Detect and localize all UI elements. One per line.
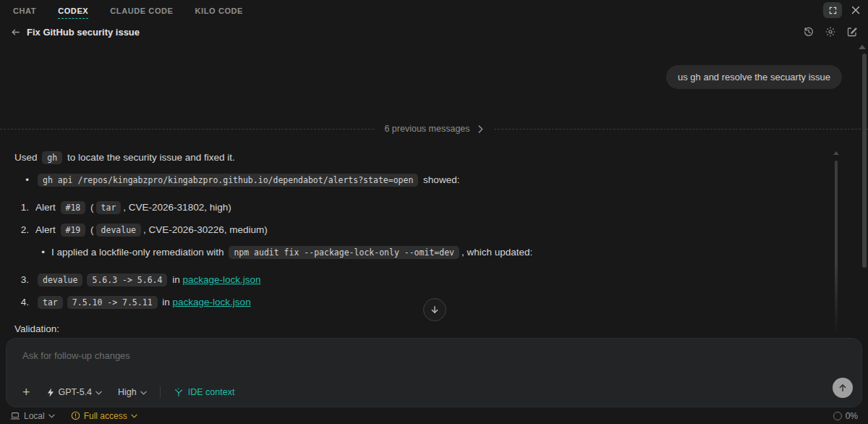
- send-button[interactable]: [833, 378, 853, 398]
- chevron-right-icon: [477, 125, 484, 133]
- previous-messages-label: 6 previous messages: [384, 124, 469, 134]
- inline-code-chip: devalue: [96, 224, 141, 237]
- arrow-down-icon: [430, 305, 440, 315]
- fullscreen-brackets-icon: [828, 6, 838, 15]
- new-chat-button[interactable]: [846, 26, 858, 38]
- line-content: Alert #19 (devalue, CVE-2026-30226, medi…: [35, 222, 854, 238]
- scroll-to-bottom-button[interactable]: [423, 298, 446, 321]
- list-marker: •: [14, 172, 29, 187]
- text-segment: in: [160, 297, 173, 308]
- text-segment: Validation:: [14, 323, 59, 334]
- attach-button[interactable]: +: [22, 386, 30, 398]
- package-lock-link[interactable]: package-lock.json: [173, 297, 251, 308]
- header-actions: [802, 26, 858, 38]
- chat-scroll-area[interactable]: us gh and resolve the secuarty issue 6 p…: [0, 43, 868, 338]
- expand-panel-button[interactable]: [823, 2, 842, 18]
- inner-scrollbar-thumb[interactable]: [835, 161, 838, 333]
- settings-button[interactable]: [824, 26, 836, 38]
- model-selector[interactable]: GPT-5.4: [46, 387, 103, 397]
- list-marker: •: [30, 245, 45, 260]
- tab-claude-code[interactable]: CLAUDE CODE: [110, 2, 173, 18]
- context-usage: 0%: [833, 411, 858, 421]
- text-segment: , which updated:: [461, 247, 532, 258]
- back-arrow-icon: [10, 27, 21, 38]
- text-segment: (: [88, 202, 93, 213]
- text-segment: Alert: [35, 224, 59, 235]
- assistant-message-line: 3.devalue5.6.3 -> 5.6.4 in package-lock.…: [14, 272, 854, 288]
- inline-code-chip: devalue: [38, 274, 82, 287]
- previous-messages-divider[interactable]: 6 previous messages: [0, 124, 868, 134]
- assistant-message-line: Validation:: [14, 321, 854, 336]
- controls-divider: [160, 386, 161, 398]
- inline-code-chip: npm audit fix --package-lock-only --omit…: [229, 246, 459, 259]
- model-label: GPT-5.4: [59, 387, 93, 397]
- compose-pencil-icon: [846, 26, 858, 38]
- laptop-icon: [10, 412, 20, 420]
- lightning-icon: [46, 388, 55, 397]
- text-segment: to locate the security issue and fixed i…: [64, 152, 235, 163]
- environment-selector[interactable]: Local: [10, 411, 55, 421]
- line-content: gh api /repos/kingabzpro/kingabzpro.gith…: [35, 172, 854, 188]
- composer-input[interactable]: Ask for follow-up changes: [22, 350, 130, 361]
- inline-code-chip: 5.6.3 -> 5.6.4: [87, 274, 167, 287]
- assistant-message-line: Used gh to locate the security issue and…: [14, 150, 854, 166]
- tab-chat[interactable]: CHAT: [13, 2, 36, 18]
- inline-code-chip: 7.5.10 -> 7.5.11: [67, 296, 158, 309]
- assistant-message-line: 1.Alert #18 (tar, CVE-2026-31802, high): [14, 200, 854, 216]
- divider-line-left: [0, 129, 374, 130]
- line-content: Validation:: [14, 321, 854, 336]
- inline-code-chip: gh: [42, 151, 62, 164]
- text-segment: Used: [14, 152, 40, 163]
- text-segment: , CVE-2026-31802, high): [123, 202, 231, 213]
- history-button[interactable]: [802, 26, 814, 38]
- composer-controls: + GPT-5.4 High: [22, 386, 234, 398]
- package-lock-link[interactable]: package-lock.json: [182, 274, 260, 285]
- line-content: Alert #18 (tar, CVE-2026-31802, high): [35, 200, 854, 216]
- inner-scrollbar-up-arrow[interactable]: [833, 151, 839, 155]
- scrollbar-thumb[interactable]: [862, 54, 867, 268]
- text-segment: Alert: [35, 202, 59, 213]
- user-message-row: us gh and resolve the secuarty issue: [0, 65, 842, 89]
- tab-kilo-code[interactable]: KILO CODE: [195, 2, 244, 18]
- window-controls: [823, 2, 862, 18]
- effort-selector[interactable]: High: [118, 387, 147, 397]
- chevron-down-icon: [140, 391, 147, 395]
- scrollbar-up-arrow[interactable]: [859, 45, 866, 49]
- text-segment: showed:: [420, 174, 459, 185]
- context-usage-label: 0%: [846, 411, 858, 421]
- line-content: devalue5.6.3 -> 5.6.4 in package-lock.js…: [35, 272, 854, 288]
- list-marker: 4.: [14, 294, 29, 310]
- divider-line-right: [494, 129, 868, 130]
- list-marker: 2.: [14, 222, 29, 237]
- composer-panel: Ask for follow-up changes + GPT-5.4 High: [6, 338, 862, 407]
- ide-context-button[interactable]: IDE context: [174, 387, 235, 397]
- ide-context-label: IDE context: [188, 387, 235, 397]
- chevron-down-icon: [48, 414, 55, 418]
- chevron-down-icon: [131, 414, 137, 418]
- inline-code-chip: #19: [61, 224, 86, 237]
- arrow-up-icon: [838, 383, 848, 393]
- tab-codex[interactable]: CODEX: [58, 2, 88, 19]
- text-segment: I applied a lockfile-only remediation wi…: [51, 247, 226, 258]
- user-message-bubble: us gh and resolve the secuarty issue: [666, 65, 842, 89]
- assistant-message-line: •I applied a lockfile-only remediation w…: [14, 245, 854, 260]
- line-content: I applied a lockfile-only remediation wi…: [51, 245, 854, 260]
- inline-code-chip: #18: [61, 201, 86, 214]
- access-mode-selector[interactable]: Full access: [71, 411, 137, 421]
- assistant-message-line: 2.Alert #19 (devalue, CVE-2026-30226, me…: [14, 222, 854, 238]
- spark-icon: [174, 387, 184, 397]
- back-button[interactable]: [10, 27, 21, 38]
- list-marker: 1.: [14, 200, 29, 215]
- text-segment: , CVE-2026-30226, medium): [143, 224, 268, 235]
- environment-label: Local: [24, 411, 45, 421]
- line-content: Used gh to locate the security issue and…: [14, 150, 854, 166]
- history-icon: [803, 26, 814, 38]
- text-segment: (: [88, 224, 93, 235]
- effort-label: High: [118, 387, 137, 397]
- thread-header: Fix GitHub security issue: [0, 23, 868, 41]
- extension-tabbar: CHAT CODEX CLAUDE CODE KILO CODE: [0, 0, 868, 20]
- close-panel-button[interactable]: [849, 4, 862, 17]
- thread-title: Fix GitHub security issue: [27, 27, 140, 38]
- inline-code-chip: gh api /repos/kingabzpro/kingabzpro.gith…: [38, 174, 418, 187]
- assistant-message-line: •gh api /repos/kingabzpro/kingabzpro.git…: [14, 172, 854, 188]
